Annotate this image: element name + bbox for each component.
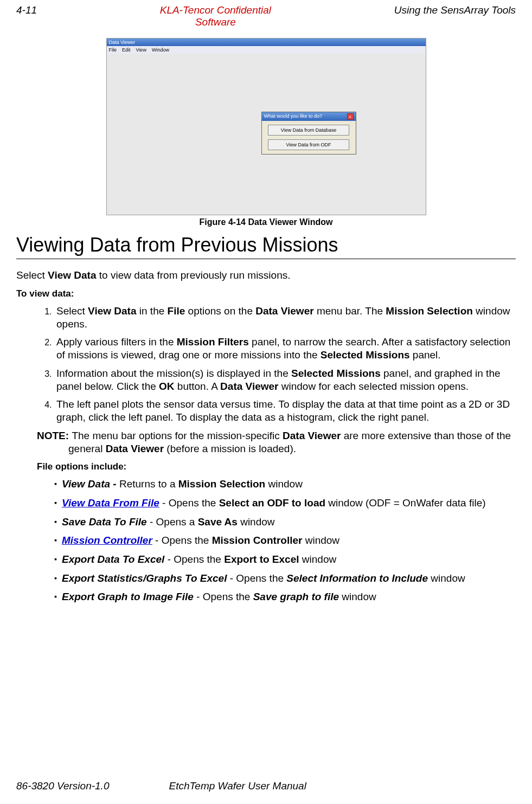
text: window [238,516,275,528]
text: Opens the [169,497,219,509]
file-options-heading: File options include: [16,461,516,472]
figure-4-14: Data Viewer File Edit View Window What w… [16,38,516,227]
figure-caption: Figure 4-14 Data Viewer Window [200,217,333,227]
text: in the [137,305,168,317]
text: menu bar. The [314,305,386,317]
text: - [159,497,169,509]
text-bold: View Data [88,305,136,317]
text: panel. [410,349,441,361]
text: Opens a [156,516,198,528]
text-bold: Mission Filters [177,336,249,348]
text: - [147,516,156,528]
text: window [265,478,303,490]
opt-name: Export Data To Excel [62,554,164,565]
opt-name-link[interactable]: Mission Controller [62,535,152,546]
section-heading: Viewing Data from Previous Missions [16,234,516,259]
text-bold: Save As [198,516,238,528]
view-data-from-database-button[interactable]: View Data from Database [268,125,349,136]
text-bold-italic: Save graph to file [253,591,339,602]
menu-view[interactable]: View [136,47,146,53]
text: button. A [175,381,221,392]
opt-save-data-to-file: Save Data To File - Opens a Save As wind… [54,516,516,529]
footer-docnum: 86-3820 Version-1.0 [16,780,109,792]
text: options on the [185,305,255,317]
menu-file[interactable]: File [109,47,117,53]
text-bold: Data Viewer [220,381,278,392]
text-bold: OK [159,381,175,392]
text-bold: Mission Selection [386,305,472,317]
text: Information about the mission(s) is disp… [56,368,291,379]
text: The left panel plots the sensor data ver… [56,398,510,423]
text: Apply various filters in the [56,336,177,348]
text-bold: Data Viewer [283,430,341,441]
opt-name: Save Data To File [62,516,147,528]
data-viewer-screenshot: Data Viewer File Edit View Window What w… [106,38,426,215]
note-label: NOTE: [37,430,72,441]
opt-name-link[interactable]: View Data From File [62,497,159,509]
text: window [302,535,339,546]
text: window [299,554,337,565]
text: window [428,573,465,584]
steps-list: Select View Data in the File options on … [16,305,516,424]
file-options-list: View Data - Returns to a Mission Selecti… [16,478,516,604]
header-section-name: Using the SensArray Tools [394,4,516,16]
opt-export-stats-excel: Export Statistics/Graphs To Excel - Open… [54,572,516,586]
opt-export-data-excel: Export Data To Excel - Opens the Export … [54,553,516,567]
dialog-title-text: What would you like to do? [264,113,323,120]
step-1: Select View Data in the File options on … [54,305,516,331]
text-bold: Export to Excel [224,554,299,565]
header-kla-line2: Software [37,16,394,28]
text-bold: Data Viewer [106,443,164,454]
text: Select [16,269,48,281]
page-number: 4-11 [16,4,37,16]
dialog-titlebar: What would you like to do? × [262,112,356,121]
page-header: 4-11 KLA-Tencor Confidential Software Us… [16,0,516,28]
text: Returns to a [119,478,178,490]
text: window (ODF = OnWafer data file) [325,497,485,509]
note: NOTE: The menu bar options for the missi… [48,429,516,455]
text: Opens the [174,554,224,565]
opt-export-graph-image: Export Graph to Image File - Opens the S… [54,590,516,604]
text-bold: Mission Controller [212,535,303,546]
intro-paragraph: Select View Data to view data from previ… [16,269,516,282]
text: (before a mission is loaded). [164,443,296,454]
text-bold: Select an ODF to load [219,497,325,509]
text-bold: File [168,305,185,317]
menu-edit[interactable]: Edit [122,47,131,53]
page-footer: 86-3820 Version-1.0 EtchTemp Wafer User … [16,780,516,792]
startup-dialog: What would you like to do? × View Data f… [261,112,356,155]
text-bold: Selected Missions [291,368,381,379]
opt-name: Export Graph to Image File [62,591,194,602]
menu-window[interactable]: Window [152,47,169,53]
text: Opens the [162,535,212,546]
opt-view-data-from-file: View Data From File - Opens the Select a… [54,497,516,510]
opt-name: Export Statistics/Graphs To Excel [62,573,227,584]
to-view-data-heading: To view data: [16,288,516,299]
text: to view data from previously run mission… [97,269,291,281]
text: - [164,554,174,565]
text: - [152,535,162,546]
header-title: KLA-Tencor Confidential Software [37,4,394,28]
text-bold: Selected Missions [321,349,410,361]
text-bold: Mission Selection [178,478,265,490]
close-icon[interactable]: × [347,113,354,120]
window-titlebar: Data Viewer [107,38,426,46]
text: Select [56,305,88,317]
text: Opens the [203,591,253,602]
step-3: Information about the mission(s) is disp… [54,367,516,393]
text: window [339,591,376,602]
opt-mission-controller: Mission Controller - Opens the Mission C… [54,534,516,548]
step-4: The left panel plots the sensor data ver… [54,398,516,424]
text: The menu bar options for the mission-spe… [72,430,283,441]
text: - [227,573,236,584]
window-menubar: File Edit View Window [107,46,426,54]
opt-name: View Data - [62,478,119,490]
text-bold-italic: Select Information to Include [286,573,428,584]
view-data-from-odf-button[interactable]: View Data from ODF [268,139,349,150]
step-2: Apply various filters in the Mission Fil… [54,336,516,362]
text: window for each selected mission opens. [278,381,469,392]
footer-title: EtchTemp Wafer User Manual [169,780,306,792]
opt-view-data: View Data - Returns to a Mission Selecti… [54,478,516,491]
text-bold: Data Viewer [255,305,313,317]
text: Opens the [236,573,286,584]
